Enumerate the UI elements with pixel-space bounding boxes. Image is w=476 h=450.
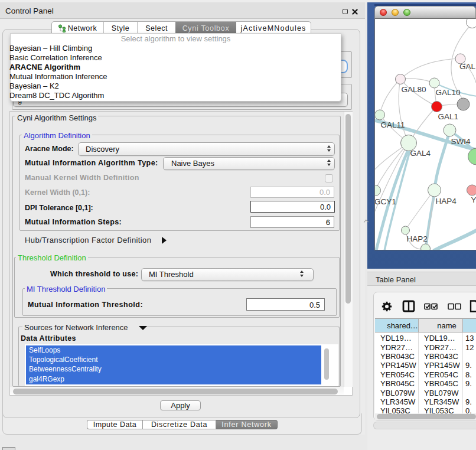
svg-text:GAL1: GAL1 bbox=[438, 112, 459, 121]
svg-text:GAL10: GAL10 bbox=[436, 88, 461, 97]
svg-text:HAP2: HAP2 bbox=[407, 234, 428, 243]
svg-text:GAL11: GAL11 bbox=[381, 120, 405, 129]
svg-text:GAL80: GAL80 bbox=[402, 85, 426, 94]
svg-text:GCY1: GCY1 bbox=[375, 197, 396, 206]
svg-text:GAL: GAL bbox=[459, 62, 476, 71]
svg-text:Y: Y bbox=[471, 195, 476, 204]
svg-text:SWI4: SWI4 bbox=[451, 137, 471, 146]
svg-text:HAP4: HAP4 bbox=[436, 197, 457, 206]
svg-text:GAL4: GAL4 bbox=[410, 149, 431, 158]
